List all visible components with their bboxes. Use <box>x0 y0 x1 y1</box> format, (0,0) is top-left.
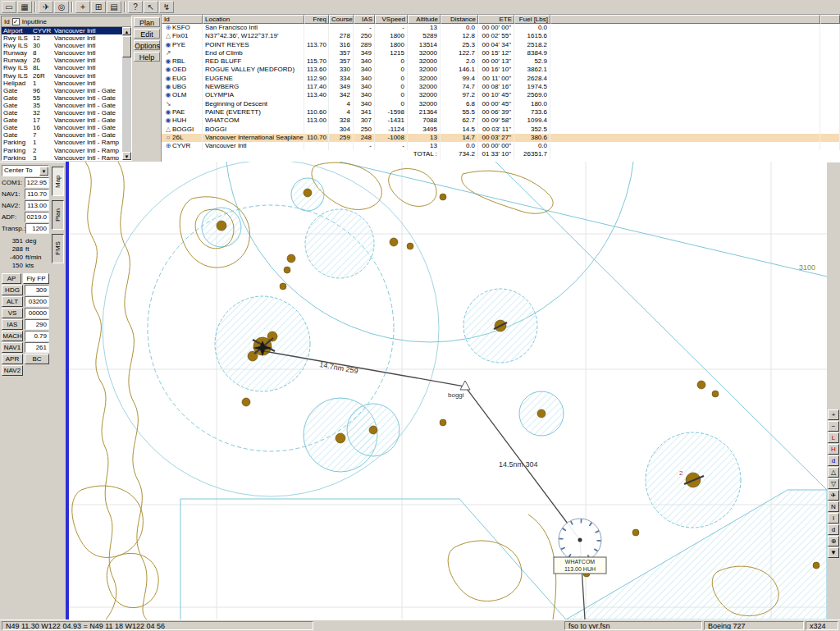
airport-dot[interactable] <box>537 409 546 418</box>
flight-plan-row[interactable]: ◉RBLRED BLUFF115.703573400320002.000 00'… <box>162 57 840 66</box>
hdg-button[interactable]: HDG <box>2 285 23 295</box>
facility-list-row[interactable]: Rwy ILS8LVancouver Intl <box>2 64 122 71</box>
menu-options-button[interactable]: Options <box>134 40 160 50</box>
flight-plan-row[interactable]: ◉UBGNEWBERG117.4034934003200074.700 08' … <box>162 83 840 91</box>
airport-dot[interactable] <box>390 238 398 246</box>
zoom-in-icon[interactable]: + <box>828 409 839 420</box>
column-header-freq[interactable]: Freq <box>304 15 329 24</box>
column-header-distance[interactable]: Distance <box>441 15 478 24</box>
airport-dot[interactable] <box>440 419 446 426</box>
scroll-up-icon[interactable]: ▲ <box>122 27 131 35</box>
alt-button[interactable]: ALT <box>2 296 23 307</box>
scroll-down-icon[interactable]: ▼ <box>122 152 131 160</box>
facility-list-row[interactable]: Parking1Vancouver Intl - Ramp <box>2 139 122 146</box>
center-to-combo[interactable]: Center To ▼ <box>2 165 49 176</box>
target-icon[interactable]: ◎ <box>54 1 69 13</box>
tab-fms[interactable]: FMS <box>52 234 64 263</box>
facility-list-row[interactable]: Gate16Vancouver Intl - Gate <box>2 124 122 131</box>
nav1-button[interactable]: NAV1 <box>2 342 23 353</box>
ap-button[interactable]: AP <box>2 273 21 284</box>
radio-value-field[interactable]: 110.70 <box>25 189 49 199</box>
facility-list-row[interactable]: Gate17Vancouver Intl - Gate <box>2 117 122 124</box>
radio-value-field[interactable]: 122.95 <box>25 177 49 188</box>
airport-dot[interactable] <box>242 398 250 406</box>
airport-dot[interactable] <box>632 529 639 536</box>
airport-dot[interactable] <box>440 194 446 200</box>
scroll-down-icon[interactable]: ▼ <box>828 547 839 558</box>
flight-plan-row[interactable]: ◉PYEPOINT REYES113.7031628918001351425.3… <box>162 41 840 49</box>
flight-plan-row[interactable]: ⊕KSFOSan Francisco Intl--130.000 00' 00"… <box>162 24 840 32</box>
flight-plan-row[interactable]: ◉OEDROGUE VALLEY (MEDFORD)113.6033034003… <box>162 66 840 74</box>
airport-dot[interactable] <box>304 189 312 197</box>
airport-dot[interactable] <box>336 433 345 443</box>
flight-plan-row[interactable]: △Fix01N37°42.36', W122°37.19'27825018005… <box>162 32 840 40</box>
facility-list-row[interactable]: Helipad1Vancouver Intl <box>2 80 122 87</box>
facility-list-row[interactable]: Runway26Vancouver Intl <box>2 57 122 64</box>
menu-help-button[interactable]: Help <box>134 52 160 62</box>
airport-dot[interactable] <box>407 243 413 249</box>
facility-list-row[interactable]: Rwy ILS26RVancouver Intl <box>2 72 122 80</box>
facility-list-row[interactable]: Gate96Vancouver Intl - Gate <box>2 87 122 94</box>
id-column-label[interactable]: Id <box>4 18 10 25</box>
flight-plan-row[interactable]: ◉HUHWHATCOM113.00328307-1431708862.700 0… <box>162 117 840 125</box>
flight-plan-row[interactable]: ↗End of Climb357349121532000122.700 15' … <box>162 49 840 57</box>
low-airspace-icon[interactable]: L <box>828 432 839 443</box>
mach-value-field[interactable]: 0.79 <box>25 331 49 341</box>
save-icon[interactable]: ▦ <box>17 1 32 13</box>
aircraft-icon[interactable]: ✈ <box>828 490 839 501</box>
facility-list-row[interactable]: Gate32Vancouver Intl - Gate <box>2 109 122 117</box>
radio-value-field[interactable]: 0219.0 <box>25 212 49 222</box>
zoom-out-icon[interactable]: − <box>828 421 839 432</box>
column-header-ete[interactable]: ETE <box>478 15 514 24</box>
airport-dot[interactable] <box>813 562 819 569</box>
airport-dot[interactable] <box>697 381 705 389</box>
alt-value-field[interactable]: 03200 <box>25 296 49 307</box>
hdg-value-field[interactable]: 309 <box>25 285 49 295</box>
facility-list-row[interactable]: Gate35Vancouver Intl - Gate <box>2 102 122 109</box>
radio-value-field[interactable]: 113.00 <box>25 200 49 211</box>
ias-value-field[interactable]: 290 <box>25 319 49 330</box>
ndb-filter-icon[interactable]: ▽ <box>828 478 839 489</box>
menu-edit-button[interactable]: Edit <box>134 29 160 39</box>
detail-icon[interactable]: d <box>828 524 839 535</box>
mach-button[interactable]: MACH <box>2 331 23 341</box>
flight-plan-row[interactable]: ○26LVancouver International Seaplane ...… <box>162 134 840 142</box>
flight-plan-row[interactable]: ◉PAEPAINE (EVERETT)110.604341-1598213645… <box>162 108 840 117</box>
column-header-id[interactable]: Id <box>162 15 203 24</box>
column-header-altitude[interactable]: Altitude <box>408 15 441 24</box>
facility-list-scrollbar[interactable]: ▲ ▼ <box>122 27 131 160</box>
ias-button[interactable]: IAS <box>2 319 23 330</box>
grid-icon[interactable]: ⊞ <box>91 1 106 13</box>
tab-map[interactable]: Map <box>52 167 64 196</box>
airport-dot[interactable] <box>280 283 286 290</box>
facility-list-row[interactable]: Parking2Vancouver Intl - Ramp <box>2 147 122 154</box>
inputline-checkbox[interactable]: ✓ <box>12 18 20 25</box>
facility-list-row[interactable]: Runway8Vancouver Intl <box>2 49 122 57</box>
facility-list-row[interactable]: Gate7Vancouver Intl - Gate <box>2 131 122 139</box>
flight-plan-row[interactable]: ◉EUGEUGENE112.9033434003200099.400 11' 0… <box>162 75 840 83</box>
vs-value-field[interactable]: 00000 <box>25 308 49 318</box>
column-header-course[interactable]: Course <box>329 15 354 24</box>
flight-plan-row[interactable]: △BOGGIBOGGI304250-1124349514.500 03' 11"… <box>162 126 840 134</box>
north-up-icon[interactable]: N <box>828 501 839 512</box>
flight-plan-row[interactable]: ↘Beginning of Descent43400320006.800 00'… <box>162 100 840 108</box>
tab-plan[interactable]: Plan <box>52 200 64 230</box>
facility-list-row[interactable]: AirportCYVRVancouver Intl <box>2 27 122 34</box>
nav1-value-field[interactable]: 261 <box>25 342 49 353</box>
column-header-ias[interactable]: IAS <box>354 15 375 24</box>
flight-plan-row[interactable]: ⊕CYVRVancouver Intl--130.000 00' 00"0.0 <box>162 142 840 150</box>
facility-list-row[interactable]: Gate55Vancouver Intl - Gate <box>2 94 122 102</box>
center-icon[interactable]: ⊕ <box>828 536 839 546</box>
open-icon[interactable]: ▭ <box>2 1 16 13</box>
map-canvas[interactable]: 14.7nm 259 boggi 14.5nm 304 3100 2 WHATC… <box>69 162 827 620</box>
add-waypoint-icon[interactable]: + <box>75 1 90 13</box>
nav2-button[interactable]: NAV2 <box>2 365 23 376</box>
chevron-down-icon[interactable]: ▼ <box>39 167 48 176</box>
fly-fp-button[interactable]: Fly FP <box>23 273 49 284</box>
print-icon[interactable]: ▤ <box>107 1 121 13</box>
facility-list-row[interactable]: Rwy ILS12Vancouver Intl <box>2 34 122 42</box>
airport-dot[interactable] <box>369 426 377 434</box>
context-help-icon[interactable]: ↖ <box>144 1 158 13</box>
flight-plan-row[interactable]: ◉OLMOLYMPIA113.4034234003200097.200 10' … <box>162 91 840 99</box>
column-header-fuel-lbs-[interactable]: Fuel [Lbs] <box>514 15 550 24</box>
